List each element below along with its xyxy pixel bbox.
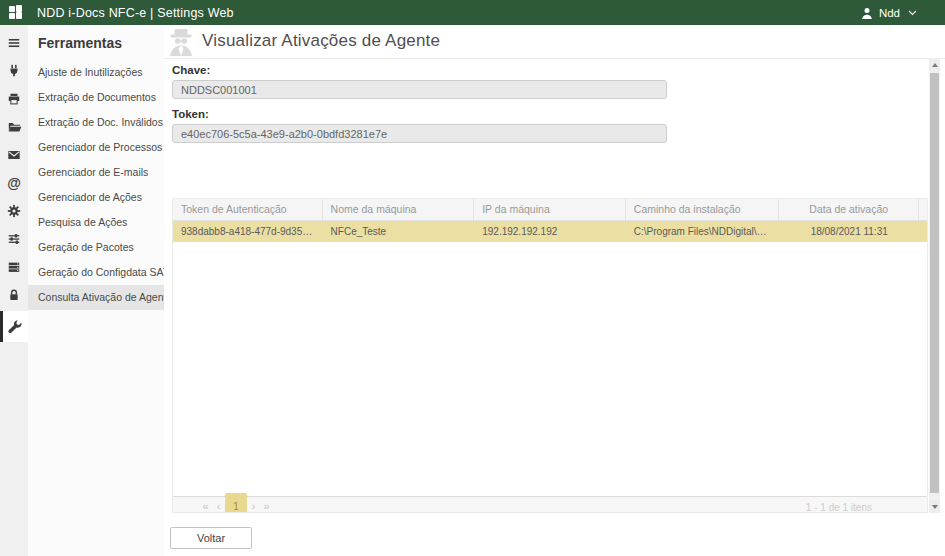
server-icon[interactable]: [0, 253, 28, 281]
plug-icon[interactable]: [0, 57, 28, 85]
pager-current-page[interactable]: 1: [225, 493, 247, 512]
triangle-down-icon: [932, 505, 938, 509]
chave-field[interactable]: [172, 80, 667, 99]
cell-ip-maquina: 192.192.192.192: [474, 221, 626, 242]
vertical-scrollbar[interactable]: [929, 58, 940, 513]
wrench-icon[interactable]: [0, 311, 28, 342]
app-logo-icon: [9, 6, 22, 19]
pager-prev-button[interactable]: ‹: [212, 497, 225, 512]
table-pager: « ‹ › » 1 - 1 de 1 itens: [173, 496, 927, 512]
sidebar-item-extracao-documentos[interactable]: Extração de Documentos: [28, 85, 164, 110]
table-header-row: Token de Autenticação Nome da máquina IP…: [173, 199, 927, 221]
cell-nome-maquina: NFCe_Teste: [323, 221, 475, 242]
sidebar-item-gerenciador-acoes[interactable]: Gerenciador de Ações: [28, 185, 164, 210]
table-empty-area: [173, 242, 927, 496]
pager-last-button[interactable]: »: [260, 497, 273, 512]
sidebar: Ferramentas Ajuste de Inutilizações Extr…: [28, 25, 165, 556]
sidebar-item-extracao-doc-invalidos[interactable]: Extração de Doc. Inválidos: [28, 110, 164, 135]
scroll-panel: Chave: Token: Token de Autenticação Nome…: [164, 58, 929, 513]
mail-icon[interactable]: [0, 141, 28, 169]
page-title: Visualizar Ativações de Agente: [202, 25, 440, 57]
main-header: Visualizar Ativações de Agente: [164, 25, 945, 59]
sidebar-item-pesquisa-acoes[interactable]: Pesquisa de Ações: [28, 210, 164, 235]
scrollbar-up-button[interactable]: [929, 58, 940, 71]
column-header-nome-maquina[interactable]: Nome da máquina: [323, 199, 475, 220]
chave-label: Chave:: [172, 64, 929, 76]
sidebar-item-geracao-configdata-sat[interactable]: Geração do Configdata SAT: [28, 260, 164, 285]
pager-next-button[interactable]: ›: [247, 497, 260, 512]
printer-icon[interactable]: [0, 85, 28, 113]
scrollbar-down-button[interactable]: [929, 500, 940, 513]
column-header-caminho-instalacao[interactable]: Caminho da instalação: [626, 199, 780, 220]
user-menu[interactable]: Ndd: [861, 7, 917, 19]
column-header-token[interactable]: Token de Autenticação: [173, 199, 323, 220]
app-title: NDD i-Docs NFC-e | Settings Web: [37, 6, 234, 20]
cell-caminho-instalacao: C:\Program Files\NDDigital\eForms_NFC...: [626, 221, 780, 242]
voltar-button[interactable]: Voltar: [170, 527, 252, 549]
pager-info: 1 - 1 de 1 itens: [806, 497, 927, 512]
cell-data-ativacao: 18/08/2021 11:31: [779, 221, 919, 242]
app-window: NDD i-Docs NFC-e | Settings Web Ndd: [0, 0, 945, 556]
column-header-spacer: [919, 199, 927, 220]
sidebar-item-geracao-pacotes[interactable]: Geração de Pacotes: [28, 235, 164, 260]
gear-icon[interactable]: [0, 197, 28, 225]
at-sign-icon[interactable]: @: [0, 169, 28, 197]
triangle-up-icon: [932, 63, 938, 67]
sidebar-item-gerenciador-emails[interactable]: Gerenciador de E-mails: [28, 160, 164, 185]
sliders-icon[interactable]: [0, 225, 28, 253]
sidebar-item-ajuste-inutilizacoes[interactable]: Ajuste de Inutilizações: [28, 60, 164, 85]
lock-icon[interactable]: [0, 281, 28, 309]
column-header-ip-maquina[interactable]: IP da máquina: [474, 199, 626, 220]
token-label: Token:: [172, 108, 929, 120]
pager-first-button[interactable]: «: [199, 497, 212, 512]
topbar: NDD i-Docs NFC-e | Settings Web Ndd: [0, 0, 945, 25]
spy-agent-icon: [166, 29, 196, 56]
main-panel: Visualizar Ativações de Agente Chave: To…: [164, 25, 945, 556]
icon-rail: @: [0, 25, 28, 556]
table-row[interactable]: 938dabb8-a418-477d-9d35-99eefd7cee... NF…: [173, 221, 927, 242]
chevron-down-icon: [908, 10, 917, 16]
activations-table: Token de Autenticação Nome da máquina IP…: [172, 198, 928, 513]
user-icon: [861, 7, 873, 19]
menu-icon[interactable]: [0, 29, 28, 57]
user-name: Ndd: [879, 7, 900, 19]
folder-icon[interactable]: [0, 113, 28, 141]
sidebar-item-gerenciador-processos[interactable]: Gerenciador de Processos: [28, 135, 164, 160]
sidebar-title: Ferramentas: [28, 25, 164, 60]
cell-token: 938dabb8-a418-477d-9d35-99eefd7cee...: [173, 221, 323, 242]
sidebar-item-consulta-ativacao-agente[interactable]: Consulta Ativação de Agente: [28, 285, 164, 310]
scrollbar-thumb[interactable]: [930, 73, 939, 493]
token-field[interactable]: [172, 124, 667, 143]
column-header-data-ativacao[interactable]: Data de ativação: [779, 199, 919, 220]
cell-spacer: [919, 221, 927, 242]
